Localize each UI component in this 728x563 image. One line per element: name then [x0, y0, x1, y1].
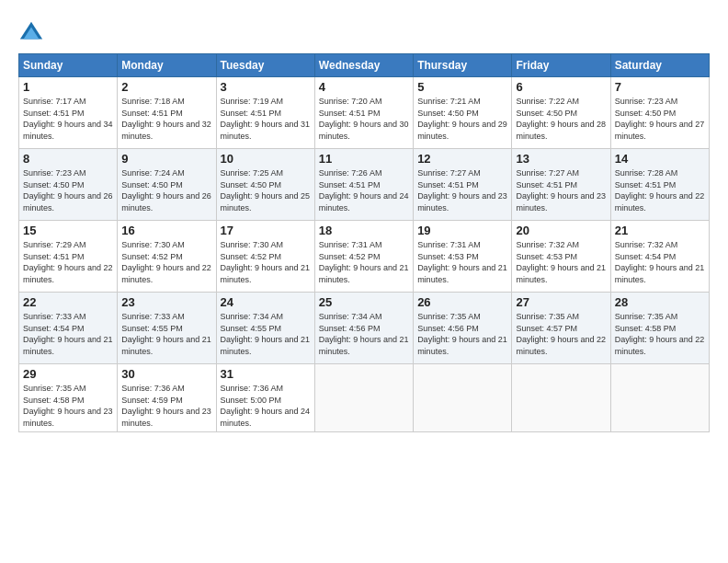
day-cell-15: 15 Sunrise: 7:29 AM Sunset: 4:51 PM Dayl… — [19, 221, 118, 293]
weekday-header-tuesday: Tuesday — [216, 54, 314, 77]
day-cell-23: 23 Sunrise: 7:33 AM Sunset: 4:55 PM Dayl… — [118, 293, 216, 364]
day-cell-18: 18 Sunrise: 7:31 AM Sunset: 4:52 PM Dayl… — [314, 221, 413, 293]
day-cell-10: 10 Sunrise: 7:25 AM Sunset: 4:50 PM Dayl… — [216, 149, 314, 221]
day-info: Sunrise: 7:22 AM Sunset: 4:50 PM Dayligh… — [516, 96, 606, 142]
weekday-header-thursday: Thursday — [414, 54, 512, 77]
day-number: 22 — [23, 295, 113, 309]
day-number: 19 — [417, 224, 507, 237]
day-number: 16 — [121, 224, 211, 237]
day-number: 11 — [319, 152, 409, 166]
day-cell-12: 12 Sunrise: 7:27 AM Sunset: 4:51 PM Dayl… — [414, 149, 512, 221]
day-number: 10 — [221, 152, 311, 166]
calendar-table: SundayMondayTuesdayWednesdayThursdayFrid… — [18, 53, 710, 432]
day-cell-26: 26 Sunrise: 7:35 AM Sunset: 4:56 PM Dayl… — [414, 293, 512, 364]
day-cell-9: 9 Sunrise: 7:24 AM Sunset: 4:50 PM Dayli… — [118, 149, 216, 221]
day-info: Sunrise: 7:31 AM Sunset: 4:53 PM Dayligh… — [417, 239, 507, 285]
day-info: Sunrise: 7:29 AM Sunset: 4:51 PM Dayligh… — [23, 239, 113, 285]
day-info: Sunrise: 7:25 AM Sunset: 4:50 PM Dayligh… — [221, 167, 311, 213]
day-number: 28 — [615, 295, 705, 309]
day-cell-25: 25 Sunrise: 7:34 AM Sunset: 4:56 PM Dayl… — [314, 293, 413, 364]
day-info: Sunrise: 7:30 AM Sunset: 4:52 PM Dayligh… — [221, 239, 311, 285]
day-number: 25 — [319, 295, 409, 309]
day-info: Sunrise: 7:35 AM Sunset: 4:56 PM Dayligh… — [417, 311, 507, 357]
day-cell-11: 11 Sunrise: 7:26 AM Sunset: 4:51 PM Dayl… — [314, 149, 413, 221]
day-cell-29: 29 Sunrise: 7:35 AM Sunset: 4:58 PM Dayl… — [19, 364, 118, 432]
weekday-header-saturday: Saturday — [610, 54, 709, 77]
day-number: 23 — [121, 295, 211, 309]
day-cell-21: 21 Sunrise: 7:32 AM Sunset: 4:54 PM Dayl… — [610, 221, 709, 293]
day-number: 7 — [615, 80, 705, 94]
day-number: 17 — [221, 224, 311, 237]
day-cell-7: 7 Sunrise: 7:23 AM Sunset: 4:50 PM Dayli… — [610, 77, 709, 149]
week-row-5: 29 Sunrise: 7:35 AM Sunset: 4:58 PM Dayl… — [19, 364, 710, 432]
day-info: Sunrise: 7:18 AM Sunset: 4:51 PM Dayligh… — [121, 96, 211, 142]
empty-cell — [314, 364, 413, 432]
day-cell-2: 2 Sunrise: 7:18 AM Sunset: 4:51 PM Dayli… — [118, 77, 216, 149]
logo — [18, 20, 48, 46]
day-info: Sunrise: 7:32 AM Sunset: 4:53 PM Dayligh… — [516, 239, 606, 285]
day-cell-5: 5 Sunrise: 7:21 AM Sunset: 4:50 PM Dayli… — [414, 77, 512, 149]
day-info: Sunrise: 7:33 AM Sunset: 4:55 PM Dayligh… — [121, 311, 211, 357]
day-cell-19: 19 Sunrise: 7:31 AM Sunset: 4:53 PM Dayl… — [414, 221, 512, 293]
day-number: 1 — [23, 80, 113, 94]
day-number: 13 — [516, 152, 606, 166]
day-info: Sunrise: 7:28 AM Sunset: 4:51 PM Dayligh… — [615, 167, 705, 213]
day-info: Sunrise: 7:34 AM Sunset: 4:55 PM Dayligh… — [221, 311, 311, 357]
day-cell-31: 31 Sunrise: 7:36 AM Sunset: 5:00 PM Dayl… — [216, 364, 314, 432]
day-cell-13: 13 Sunrise: 7:27 AM Sunset: 4:51 PM Dayl… — [512, 149, 610, 221]
empty-cell — [610, 364, 709, 432]
empty-cell — [414, 364, 512, 432]
day-info: Sunrise: 7:20 AM Sunset: 4:51 PM Dayligh… — [319, 96, 409, 142]
day-number: 12 — [417, 152, 507, 166]
week-row-3: 15 Sunrise: 7:29 AM Sunset: 4:51 PM Dayl… — [19, 221, 710, 293]
day-info: Sunrise: 7:26 AM Sunset: 4:51 PM Dayligh… — [319, 167, 409, 213]
day-number: 30 — [121, 367, 211, 381]
day-info: Sunrise: 7:34 AM Sunset: 4:56 PM Dayligh… — [319, 311, 409, 357]
week-row-1: 1 Sunrise: 7:17 AM Sunset: 4:51 PM Dayli… — [19, 77, 710, 149]
day-cell-14: 14 Sunrise: 7:28 AM Sunset: 4:51 PM Dayl… — [610, 149, 709, 221]
day-cell-27: 27 Sunrise: 7:35 AM Sunset: 4:57 PM Dayl… — [512, 293, 610, 364]
day-number: 27 — [516, 295, 606, 309]
weekday-header-row: SundayMondayTuesdayWednesdayThursdayFrid… — [19, 54, 710, 77]
calendar-page: SundayMondayTuesdayWednesdayThursdayFrid… — [0, 0, 728, 563]
day-cell-28: 28 Sunrise: 7:35 AM Sunset: 4:58 PM Dayl… — [610, 293, 709, 364]
day-number: 8 — [23, 152, 113, 166]
day-cell-8: 8 Sunrise: 7:23 AM Sunset: 4:50 PM Dayli… — [19, 149, 118, 221]
weekday-header-friday: Friday — [512, 54, 610, 77]
logo-icon — [18, 20, 44, 46]
day-number: 21 — [615, 224, 705, 237]
day-cell-22: 22 Sunrise: 7:33 AM Sunset: 4:54 PM Dayl… — [19, 293, 118, 364]
day-cell-1: 1 Sunrise: 7:17 AM Sunset: 4:51 PM Dayli… — [19, 77, 118, 149]
day-info: Sunrise: 7:36 AM Sunset: 5:00 PM Dayligh… — [221, 383, 311, 429]
day-cell-16: 16 Sunrise: 7:30 AM Sunset: 4:52 PM Dayl… — [118, 221, 216, 293]
weekday-header-wednesday: Wednesday — [314, 54, 413, 77]
weekday-header-monday: Monday — [118, 54, 216, 77]
day-info: Sunrise: 7:21 AM Sunset: 4:50 PM Dayligh… — [417, 96, 507, 142]
day-info: Sunrise: 7:27 AM Sunset: 4:51 PM Dayligh… — [417, 167, 507, 213]
day-info: Sunrise: 7:19 AM Sunset: 4:51 PM Dayligh… — [221, 96, 311, 142]
day-info: Sunrise: 7:33 AM Sunset: 4:54 PM Dayligh… — [23, 311, 113, 357]
weekday-header-sunday: Sunday — [19, 54, 118, 77]
day-cell-3: 3 Sunrise: 7:19 AM Sunset: 4:51 PM Dayli… — [216, 77, 314, 149]
header — [18, 17, 710, 46]
day-number: 24 — [221, 295, 311, 309]
day-number: 15 — [23, 224, 113, 237]
day-cell-24: 24 Sunrise: 7:34 AM Sunset: 4:55 PM Dayl… — [216, 293, 314, 364]
day-number: 2 — [121, 80, 211, 94]
day-number: 26 — [417, 295, 507, 309]
day-info: Sunrise: 7:35 AM Sunset: 4:57 PM Dayligh… — [516, 311, 606, 357]
day-info: Sunrise: 7:23 AM Sunset: 4:50 PM Dayligh… — [615, 96, 705, 142]
day-number: 20 — [516, 224, 606, 237]
day-number: 6 — [516, 80, 606, 94]
day-info: Sunrise: 7:24 AM Sunset: 4:50 PM Dayligh… — [121, 167, 211, 213]
week-row-4: 22 Sunrise: 7:33 AM Sunset: 4:54 PM Dayl… — [19, 293, 710, 364]
week-row-2: 8 Sunrise: 7:23 AM Sunset: 4:50 PM Dayli… — [19, 149, 710, 221]
day-info: Sunrise: 7:27 AM Sunset: 4:51 PM Dayligh… — [516, 167, 606, 213]
day-number: 9 — [121, 152, 211, 166]
day-info: Sunrise: 7:35 AM Sunset: 4:58 PM Dayligh… — [615, 311, 705, 357]
day-info: Sunrise: 7:35 AM Sunset: 4:58 PM Dayligh… — [23, 383, 113, 429]
empty-cell — [512, 364, 610, 432]
day-number: 14 — [615, 152, 705, 166]
day-number: 29 — [23, 367, 113, 381]
day-info: Sunrise: 7:17 AM Sunset: 4:51 PM Dayligh… — [23, 96, 113, 142]
